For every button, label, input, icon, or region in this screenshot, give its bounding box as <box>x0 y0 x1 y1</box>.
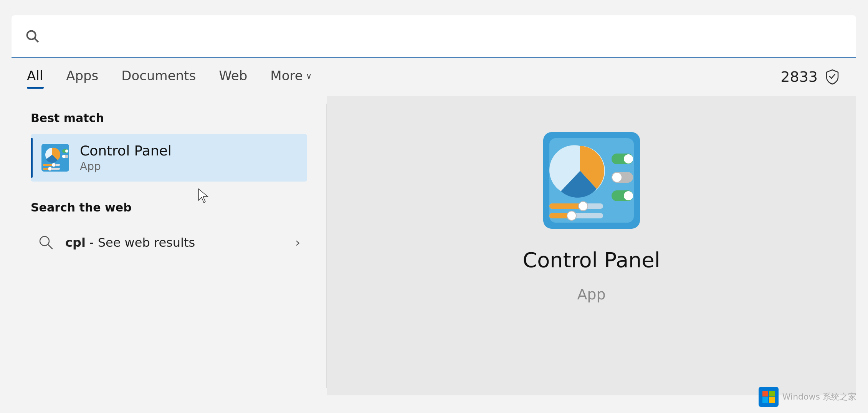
rewards-icon[interactable] <box>824 68 841 85</box>
control-panel-icon-small <box>40 142 71 173</box>
chevron-down-icon: ∨ <box>306 71 312 81</box>
svg-line-17 <box>48 244 52 249</box>
web-search-label: Search the web <box>31 201 307 214</box>
trophy-svg <box>825 69 840 85</box>
svg-point-28 <box>624 154 633 164</box>
svg-line-1 <box>35 38 38 42</box>
chevron-right-icon: › <box>295 235 300 250</box>
svg-point-13 <box>65 150 68 153</box>
rewards-count: 2833 <box>780 68 818 85</box>
tab-web[interactable]: Web <box>219 68 247 86</box>
watermark: Windows 系统之家 <box>759 387 856 407</box>
web-search-query: cpl <box>65 235 86 250</box>
web-search-text: cpl - See web results <box>65 235 195 250</box>
tab-documents[interactable]: Documents <box>121 68 196 86</box>
right-app-type: App <box>577 286 605 303</box>
svg-point-11 <box>48 167 52 171</box>
svg-rect-36 <box>762 397 768 403</box>
tab-all[interactable]: All <box>27 68 43 86</box>
right-app-name: Control Panel <box>522 248 660 272</box>
svg-point-30 <box>612 173 622 182</box>
search-svg <box>25 29 40 43</box>
web-search-suffix: - See web results <box>86 235 195 250</box>
search-icon <box>22 26 42 46</box>
control-panel-svg-small <box>40 142 71 173</box>
svg-rect-22 <box>549 203 583 209</box>
best-match-info: Control Panel App <box>80 143 172 173</box>
svg-point-32 <box>624 191 633 200</box>
search-bar: cpl <box>12 15 856 58</box>
windows-logo <box>762 390 775 404</box>
control-panel-icon-large <box>538 127 645 234</box>
search-panel: cpl All Apps Documents Web More ∨ 2833 <box>12 15 856 395</box>
svg-point-8 <box>52 163 56 167</box>
svg-rect-35 <box>769 391 775 396</box>
left-panel: Best match <box>12 96 326 395</box>
tabs-right: 2833 <box>780 68 841 85</box>
right-panel: Control Panel App <box>327 96 856 395</box>
web-search-section: Search the web cpl - See web results › <box>31 201 307 262</box>
watermark-text: Windows 系统之家 <box>782 391 856 403</box>
web-search-item[interactable]: cpl - See web results › <box>31 223 307 262</box>
control-panel-svg-large <box>542 131 641 230</box>
content-area: Best match <box>12 96 856 395</box>
svg-point-26 <box>567 211 576 220</box>
svg-point-15 <box>62 155 65 158</box>
svg-rect-34 <box>762 391 768 396</box>
svg-point-0 <box>27 31 36 40</box>
web-search-icon-svg <box>38 234 55 251</box>
search-input[interactable]: cpl <box>49 25 845 48</box>
best-match-label: Best match <box>31 111 307 125</box>
tab-apps[interactable]: Apps <box>66 68 98 86</box>
best-match-app-type: App <box>80 160 172 173</box>
best-match-app-name: Control Panel <box>80 143 172 159</box>
svg-point-23 <box>579 202 588 211</box>
tab-more[interactable]: More ∨ <box>270 68 312 86</box>
watermark-logo <box>759 387 779 407</box>
svg-rect-37 <box>769 397 775 403</box>
best-match-item[interactable]: Control Panel App <box>31 134 307 182</box>
tabs-bar: All Apps Documents Web More ∨ 2833 <box>12 58 856 96</box>
